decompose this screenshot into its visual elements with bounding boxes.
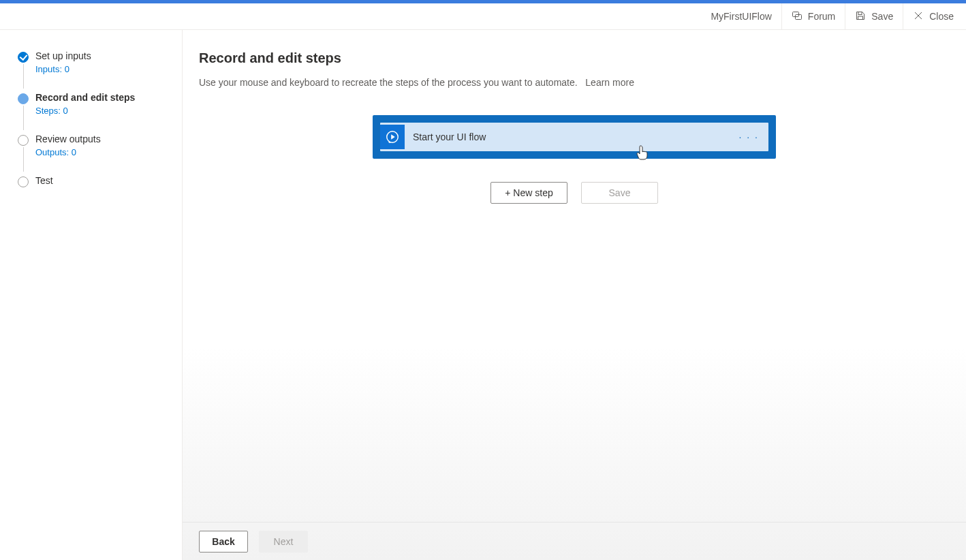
learn-more-link[interactable]: Learn more: [585, 77, 634, 88]
check-circle-icon: [18, 52, 29, 63]
back-button[interactable]: Back: [199, 531, 248, 553]
desc-text: Use your mouse and keyboard to recreate …: [199, 77, 578, 88]
pending-step-dot-icon: [18, 176, 29, 187]
play-circle-icon: [380, 125, 405, 149]
page-title: Record and edit steps: [199, 50, 950, 66]
header-bar: MyFirstUIFlow Forum Save Close: [0, 3, 966, 30]
page-description: Use your mouse and keyboard to recreate …: [199, 77, 950, 88]
save-button-header[interactable]: Save: [845, 3, 903, 29]
forum-icon: [792, 10, 803, 23]
wizard-step-test[interactable]: Test: [18, 175, 182, 186]
close-button[interactable]: Close: [903, 3, 963, 29]
wizard-sidebar: Set up inputs Inputs: 0 Record and edit …: [0, 30, 183, 560]
current-step-dot-icon: [18, 93, 29, 104]
step-subtext: Outputs: 0: [35, 147, 182, 157]
svg-rect-3: [858, 16, 863, 20]
step-title: Test: [35, 175, 182, 186]
connector-line: [23, 106, 24, 130]
step-title: Review outputs: [35, 134, 182, 144]
main-panel: Record and edit steps Use your mouse and…: [183, 30, 966, 560]
wizard-step-inputs[interactable]: Set up inputs Inputs: 0: [18, 50, 182, 74]
step-title: Record and edit steps: [35, 92, 182, 103]
connector-line: [23, 147, 24, 172]
wizard-step-record[interactable]: Record and edit steps Steps: 0: [18, 92, 182, 116]
save-label-header: Save: [871, 11, 893, 22]
pending-step-dot-icon: [18, 135, 29, 146]
forum-label: Forum: [808, 11, 835, 22]
connector-line: [23, 64, 24, 89]
step-title: Set up inputs: [35, 50, 182, 61]
save-button-main: Save: [581, 182, 658, 204]
close-label: Close: [929, 11, 954, 22]
card-more-button[interactable]: · · ·: [730, 123, 768, 151]
ellipsis-icon: · · ·: [739, 131, 759, 142]
new-step-button[interactable]: + New step: [490, 182, 567, 204]
wizard-footer: Back Next: [183, 522, 966, 560]
card-label: Start your UI flow: [405, 131, 730, 142]
next-button: Next: [259, 531, 308, 553]
step-subtext: Inputs: 0: [35, 64, 182, 74]
close-icon: [913, 10, 924, 23]
flow-name-label: MyFirstUIFlow: [701, 3, 781, 29]
step-subtext: Steps: 0: [35, 106, 182, 116]
wizard-step-outputs[interactable]: Review outputs Outputs: 0: [18, 134, 182, 157]
forum-button[interactable]: Forum: [781, 3, 845, 29]
save-icon: [855, 10, 866, 23]
svg-rect-2: [858, 12, 862, 14]
flow-start-card[interactable]: Start your UI flow · · ·: [373, 115, 776, 159]
